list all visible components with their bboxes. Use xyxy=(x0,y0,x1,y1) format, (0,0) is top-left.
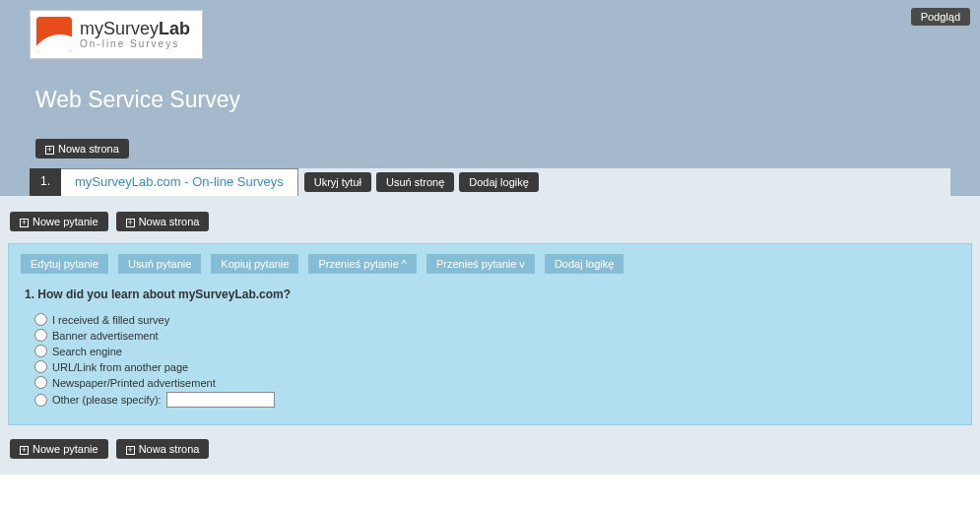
survey-title: Web Service Survey xyxy=(30,59,950,133)
new-page-label: Nowa strona xyxy=(58,143,119,155)
option-row-other[interactable]: Other (please specify): xyxy=(34,392,959,408)
header: Podgląd mySurveyLab On-line Surveys Web … xyxy=(0,0,980,196)
preview-button[interactable]: Podgląd xyxy=(911,8,970,26)
option-label: Search engine xyxy=(52,346,122,357)
new-question-label: Nowe pytanie xyxy=(33,443,98,455)
option-row[interactable]: I received & filled survey xyxy=(34,313,959,326)
question-text: 1. How did you learn about mySurveyLab.c… xyxy=(21,287,959,301)
logo-text: mySurveyLab On-line Surveys xyxy=(80,20,190,50)
new-question-label: Nowe pytanie xyxy=(33,216,98,227)
new-page-button-top[interactable]: +Nowa strona xyxy=(35,139,129,159)
new-page-button-mid[interactable]: +Nowa strona xyxy=(116,212,210,231)
option-label: I received & filled survey xyxy=(52,314,169,326)
option-radio[interactable] xyxy=(34,345,47,357)
page-title-tab[interactable]: mySurveyLab.com - On-line Surveys xyxy=(61,168,298,196)
logo: mySurveyLab On-line Surveys xyxy=(30,10,203,59)
page-tab-row: 1. mySurveyLab.com - On-line Surveys Ukr… xyxy=(30,168,950,196)
option-radio[interactable] xyxy=(34,394,47,407)
delete-page-button[interactable]: Usuń stronę xyxy=(376,172,454,192)
page-number: 1. xyxy=(30,168,61,196)
page-actions: Ukryj tytuł Usuń stronę Dodaj logikę xyxy=(298,168,950,196)
question-options: I received & filled survey Banner advert… xyxy=(21,313,959,408)
question-toolbar: Edytuj pytanie Usuń pytanie Kopiuj pytan… xyxy=(21,254,959,274)
add-question-logic-button[interactable]: Dodaj logikę xyxy=(545,254,624,274)
new-page-label: Nowa strona xyxy=(139,443,200,455)
option-label: Other (please specify): xyxy=(52,394,162,406)
move-question-up-button[interactable]: Przenieś pytanie ^ xyxy=(308,254,417,274)
option-label: Banner advertisement xyxy=(52,330,159,342)
option-row[interactable]: Banner advertisement xyxy=(34,329,959,342)
plus-icon: + xyxy=(20,446,29,455)
option-row[interactable]: Newspaper/Printed advertisement xyxy=(34,376,959,389)
logo-brand-bold: Lab xyxy=(159,19,190,38)
plus-icon: + xyxy=(126,446,135,455)
option-radio[interactable] xyxy=(34,329,47,342)
option-label: Newspaper/Printed advertisement xyxy=(52,377,216,389)
new-question-button-bottom[interactable]: +Nowe pytanie xyxy=(10,439,108,459)
question-panel: Edytuj pytanie Usuń pytanie Kopiuj pytan… xyxy=(8,243,972,425)
option-row[interactable]: URL/Link from another page xyxy=(34,360,959,373)
logo-brand-sub: On-line Surveys xyxy=(80,38,190,49)
move-question-down-button[interactable]: Przenieś pytanie v xyxy=(426,254,535,274)
logo-icon xyxy=(36,17,72,52)
delete-question-button[interactable]: Usuń pytanie xyxy=(118,254,201,274)
hide-title-button[interactable]: Ukryj tytuł xyxy=(304,172,371,192)
edit-question-button[interactable]: Edytuj pytanie xyxy=(21,254,108,274)
new-page-button-bottom[interactable]: +Nowa strona xyxy=(116,439,210,459)
option-radio[interactable] xyxy=(34,313,47,326)
option-label: URL/Link from another page xyxy=(52,361,188,373)
option-row[interactable]: Search engine xyxy=(34,345,959,357)
logo-brand-main: mySurvey xyxy=(80,19,159,38)
new-page-label: Nowa strona xyxy=(139,216,200,227)
option-radio[interactable] xyxy=(34,360,47,373)
new-question-button-top[interactable]: +Nowe pytanie xyxy=(10,212,108,231)
copy-question-button[interactable]: Kopiuj pytanie xyxy=(211,254,298,274)
option-radio[interactable] xyxy=(34,376,47,389)
plus-icon: + xyxy=(126,219,135,227)
add-page-logic-button[interactable]: Dodaj logikę xyxy=(459,172,539,192)
plus-icon: + xyxy=(20,219,29,227)
content-area: +Nowe pytanie +Nowa strona Edytuj pytani… xyxy=(0,196,980,475)
plus-icon: + xyxy=(45,146,54,155)
other-specify-input[interactable] xyxy=(166,392,275,408)
